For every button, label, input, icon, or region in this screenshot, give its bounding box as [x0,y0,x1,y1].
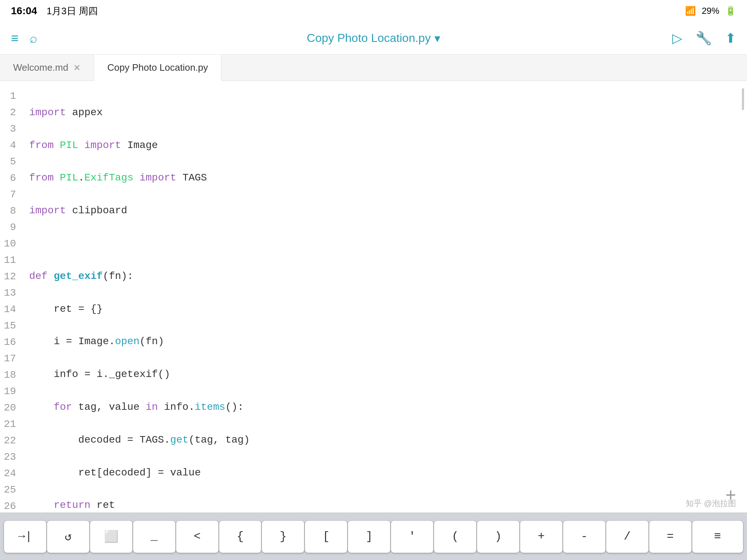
code-line-7: ret = {} [29,301,740,318]
code-editor[interactable]: 12345 678910 1112131415 1617181920 21222… [0,81,747,513]
file-title: Copy Photo Location.py [307,31,431,45]
key-equals[interactable]: = [649,520,692,553]
tabs-bar: Welcome.md ✕ Copy Photo Location.py [0,55,747,81]
code-line-9: info = i._getexif() [29,366,740,383]
status-bar: 16:04 1月3日 周四 📶 29% 🔋 [0,0,747,22]
menu-icon[interactable]: ≡ [11,31,19,46]
status-time: 16:04 [11,5,37,17]
code-line-11: decoded = TAGS.get(tag, tag) [29,432,740,448]
tab-label-copy-photo: Copy Photo Location.py [107,62,208,73]
toolbar-right: ▷ 🔧 ⬆ [672,31,736,46]
toolbar-left: ≡ ⌕ [11,31,38,46]
code-line-13: return ret [29,497,740,513]
key-lbrace[interactable]: { [219,520,262,553]
keyboard-toolbar: →| ↺ ⬜ _ < { } [ ] ' ( ) + - / = ≡ [0,513,747,560]
title-dropdown-icon[interactable]: ▾ [434,31,440,45]
code-line-4: import clipboard [29,203,740,219]
key-copy[interactable]: ⬜ [90,520,133,553]
key-quote[interactable]: ' [391,520,434,553]
key-minus[interactable]: - [563,520,606,553]
key-rparen[interactable]: ) [477,520,520,553]
code-line-12: ret[decoded] = value [29,465,740,481]
key-underscore[interactable]: _ [133,520,176,553]
key-tab[interactable]: →| [4,520,47,553]
code-line-5 [29,236,740,252]
code-line-10: for tag, value in info.items(): [29,399,740,416]
key-plus[interactable]: + [520,520,563,553]
tab-label-welcome: Welcome.md [13,62,68,73]
key-lt[interactable]: < [176,520,219,553]
battery-text: 29% [702,6,719,16]
scrollbar[interactable] [742,88,744,110]
code-line-8: i = Image.open(fn) [29,334,740,350]
code-line-1: import appex [29,105,740,121]
run-button[interactable]: ▷ [672,31,682,46]
share-icon[interactable]: ⬆ [725,31,736,46]
wrench-icon[interactable]: 🔧 [696,31,712,46]
add-line-button[interactable]: + [725,484,736,505]
search-icon[interactable]: ⌕ [30,31,38,46]
key-menu[interactable]: ≡ [692,520,743,553]
code-text[interactable]: import appex from PIL import Image from … [22,81,747,513]
status-date: 1月3日 周四 [47,5,98,18]
line-numbers: 12345 678910 1112131415 1617181920 21222… [0,81,22,513]
status-right: 📶 29% 🔋 [685,6,736,16]
key-rbracket[interactable]: ] [348,520,391,553]
key-lbracket[interactable]: [ [305,520,348,553]
key-undo[interactable]: ↺ [47,520,90,553]
toolbar: ≡ ⌕ Copy Photo Location.py ▾ ▷ 🔧 ⬆ [0,22,747,55]
key-slash[interactable]: / [606,520,649,553]
wifi-icon: 📶 [685,6,696,16]
code-line-3: from PIL.ExifTags import TAGS [29,170,740,186]
tab-close-welcome[interactable]: ✕ [73,63,81,73]
tab-welcome-md[interactable]: Welcome.md ✕ [0,55,94,81]
code-line-6: def get_exif(fn): [29,268,740,285]
key-lparen[interactable]: ( [434,520,477,553]
battery-icon: 🔋 [725,6,736,16]
toolbar-center: Copy Photo Location.py ▾ [307,31,440,45]
tab-copy-photo[interactable]: Copy Photo Location.py [94,55,221,81]
key-rbrace[interactable]: } [262,520,305,553]
code-line-2: from PIL import Image [29,137,740,154]
